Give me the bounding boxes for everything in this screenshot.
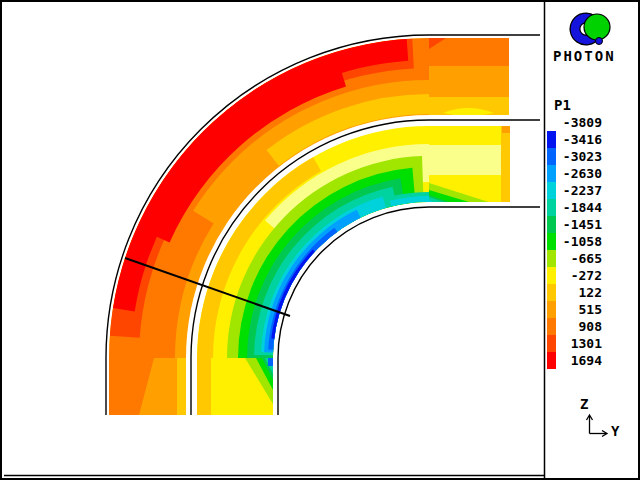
legend-value: -3416 xyxy=(554,132,602,148)
legend-value: -3809 xyxy=(554,115,602,131)
legend-value: -1451 xyxy=(554,217,602,233)
legend-value: 1694 xyxy=(554,353,602,369)
legend-value: 908 xyxy=(554,319,602,335)
axis-arrows-icon xyxy=(587,415,608,437)
legend-value: -272 xyxy=(554,268,602,284)
axis-z-label: Z xyxy=(580,396,588,412)
legend-value: -2630 xyxy=(554,166,602,182)
legend-value: -1058 xyxy=(554,234,602,250)
axis-y-label: Y xyxy=(611,423,619,439)
legend-value: -2237 xyxy=(554,183,602,199)
legend-title: P1 xyxy=(554,97,571,113)
legend-value: 515 xyxy=(554,302,602,318)
contour-plot xyxy=(2,2,640,480)
photon-wordmark: PHOTON xyxy=(553,48,616,64)
legend-value: -3023 xyxy=(554,149,602,165)
photon-window: PHOTON P1 -3809-3416-3023-2630-2237-1844… xyxy=(0,0,640,480)
logo-tail xyxy=(596,38,603,45)
legend-value: -1844 xyxy=(554,200,602,216)
legend-value: -665 xyxy=(554,251,602,267)
logo-disc xyxy=(584,14,610,40)
legend-value: 1301 xyxy=(554,336,602,352)
contour-layer xyxy=(502,126,510,133)
photon-logo xyxy=(571,14,610,45)
legend-value: 122 xyxy=(554,285,602,301)
